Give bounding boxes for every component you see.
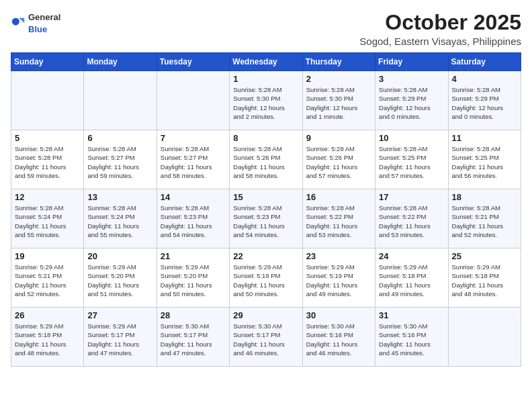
calendar-cell: 22Sunrise: 5:29 AM Sunset: 5:19 PM Dayli… <box>230 248 302 308</box>
page-header: General Blue October 2025 Sogod, Eastern… <box>11 11 521 47</box>
calendar-cell: 20Sunrise: 5:29 AM Sunset: 5:20 PM Dayli… <box>84 248 157 308</box>
title-area: October 2025 Sogod, Eastern Visayas, Phi… <box>359 11 521 47</box>
calendar-table: SundayMondayTuesdayWednesdayThursdayFrid… <box>11 52 521 367</box>
day-number: 10 <box>379 133 444 143</box>
day-info: Sunrise: 5:28 AM Sunset: 5:22 PM Dayligh… <box>306 203 371 239</box>
calendar-cell <box>448 308 521 367</box>
day-number: 13 <box>87 192 152 202</box>
day-info: Sunrise: 5:28 AM Sunset: 5:22 PM Dayligh… <box>379 203 444 239</box>
day-info: Sunrise: 5:29 AM Sunset: 5:18 PM Dayligh… <box>379 263 444 298</box>
weekday-header-wednesday: Wednesday <box>230 53 302 71</box>
day-number: 14 <box>161 192 226 202</box>
day-number: 9 <box>306 133 371 143</box>
calendar-cell: 3Sunrise: 5:28 AM Sunset: 5:29 PM Daylig… <box>375 71 448 130</box>
calendar-cell: 26Sunrise: 5:29 AM Sunset: 5:18 PM Dayli… <box>11 308 84 367</box>
day-info: Sunrise: 5:28 AM Sunset: 5:28 PM Dayligh… <box>15 144 80 180</box>
month-title: October 2025 <box>359 11 521 34</box>
day-info: Sunrise: 5:28 AM Sunset: 5:23 PM Dayligh… <box>161 203 226 239</box>
calendar-cell: 5Sunrise: 5:28 AM Sunset: 5:28 PM Daylig… <box>11 130 84 189</box>
day-number: 24 <box>379 251 444 261</box>
day-info: Sunrise: 5:28 AM Sunset: 5:30 PM Dayligh… <box>306 85 371 121</box>
calendar-cell: 30Sunrise: 5:30 AM Sunset: 5:16 PM Dayli… <box>302 308 375 367</box>
calendar-cell: 29Sunrise: 5:30 AM Sunset: 5:17 PM Dayli… <box>230 308 302 367</box>
day-number: 25 <box>452 251 517 261</box>
calendar-cell: 15Sunrise: 5:28 AM Sunset: 5:23 PM Dayli… <box>230 189 302 248</box>
calendar-week-row: 5Sunrise: 5:28 AM Sunset: 5:28 PM Daylig… <box>11 130 521 189</box>
day-info: Sunrise: 5:29 AM Sunset: 5:20 PM Dayligh… <box>87 263 152 298</box>
calendar-cell: 21Sunrise: 5:29 AM Sunset: 5:20 PM Dayli… <box>157 248 229 308</box>
day-info: Sunrise: 5:29 AM Sunset: 5:18 PM Dayligh… <box>15 322 80 357</box>
day-info: Sunrise: 5:28 AM Sunset: 5:25 PM Dayligh… <box>452 144 517 180</box>
logo-icon <box>11 15 26 30</box>
weekday-header-row: SundayMondayTuesdayWednesdayThursdayFrid… <box>11 53 521 71</box>
logo: General Blue <box>11 11 60 35</box>
svg-point-0 <box>12 18 19 26</box>
day-number: 31 <box>379 310 444 320</box>
calendar-cell: 4Sunrise: 5:28 AM Sunset: 5:29 PM Daylig… <box>448 71 521 130</box>
day-info: Sunrise: 5:28 AM Sunset: 5:26 PM Dayligh… <box>306 144 371 180</box>
calendar-cell: 12Sunrise: 5:28 AM Sunset: 5:24 PM Dayli… <box>11 189 84 248</box>
day-number: 27 <box>87 310 152 320</box>
day-number: 7 <box>161 133 226 143</box>
day-info: Sunrise: 5:28 AM Sunset: 5:25 PM Dayligh… <box>379 144 444 180</box>
day-info: Sunrise: 5:28 AM Sunset: 5:21 PM Dayligh… <box>452 203 517 239</box>
calendar-cell: 8Sunrise: 5:28 AM Sunset: 5:26 PM Daylig… <box>230 130 302 189</box>
weekday-header-sunday: Sunday <box>11 53 84 71</box>
calendar-cell: 28Sunrise: 5:30 AM Sunset: 5:17 PM Dayli… <box>157 308 229 367</box>
calendar-cell: 17Sunrise: 5:28 AM Sunset: 5:22 PM Dayli… <box>375 189 448 248</box>
day-info: Sunrise: 5:29 AM Sunset: 5:17 PM Dayligh… <box>87 322 152 357</box>
day-info: Sunrise: 5:29 AM Sunset: 5:21 PM Dayligh… <box>15 263 80 298</box>
calendar-cell: 16Sunrise: 5:28 AM Sunset: 5:22 PM Dayli… <box>302 189 375 248</box>
day-info: Sunrise: 5:28 AM Sunset: 5:29 PM Dayligh… <box>379 85 444 121</box>
day-number: 26 <box>15 310 80 320</box>
calendar-cell: 6Sunrise: 5:28 AM Sunset: 5:27 PM Daylig… <box>84 130 157 189</box>
calendar-cell: 19Sunrise: 5:29 AM Sunset: 5:21 PM Dayli… <box>11 248 84 308</box>
day-info: Sunrise: 5:28 AM Sunset: 5:23 PM Dayligh… <box>233 203 298 239</box>
day-number: 5 <box>15 133 80 143</box>
day-number: 12 <box>15 192 80 202</box>
day-info: Sunrise: 5:29 AM Sunset: 5:19 PM Dayligh… <box>306 263 371 298</box>
calendar-cell: 2Sunrise: 5:28 AM Sunset: 5:30 PM Daylig… <box>302 71 375 130</box>
day-number: 19 <box>15 251 80 261</box>
day-number: 21 <box>161 251 226 261</box>
calendar-week-row: 1Sunrise: 5:28 AM Sunset: 5:30 PM Daylig… <box>11 71 521 130</box>
day-info: Sunrise: 5:28 AM Sunset: 5:24 PM Dayligh… <box>15 203 80 239</box>
calendar-cell: 23Sunrise: 5:29 AM Sunset: 5:19 PM Dayli… <box>302 248 375 308</box>
day-number: 16 <box>306 192 371 202</box>
day-info: Sunrise: 5:30 AM Sunset: 5:16 PM Dayligh… <box>306 322 371 357</box>
calendar-cell: 10Sunrise: 5:28 AM Sunset: 5:25 PM Dayli… <box>375 130 448 189</box>
calendar-cell: 24Sunrise: 5:29 AM Sunset: 5:18 PM Dayli… <box>375 248 448 308</box>
day-number: 20 <box>87 251 152 261</box>
logo-general: General <box>28 12 60 22</box>
calendar-cell: 27Sunrise: 5:29 AM Sunset: 5:17 PM Dayli… <box>84 308 157 367</box>
calendar-cell <box>11 71 84 130</box>
day-info: Sunrise: 5:28 AM Sunset: 5:27 PM Dayligh… <box>161 144 226 180</box>
day-info: Sunrise: 5:28 AM Sunset: 5:26 PM Dayligh… <box>233 144 298 180</box>
day-info: Sunrise: 5:29 AM Sunset: 5:20 PM Dayligh… <box>161 263 226 298</box>
calendar-cell: 18Sunrise: 5:28 AM Sunset: 5:21 PM Dayli… <box>448 189 521 248</box>
day-number: 11 <box>452 133 517 143</box>
day-info: Sunrise: 5:28 AM Sunset: 5:24 PM Dayligh… <box>87 203 152 239</box>
calendar-week-row: 19Sunrise: 5:29 AM Sunset: 5:21 PM Dayli… <box>11 248 521 308</box>
calendar-week-row: 12Sunrise: 5:28 AM Sunset: 5:24 PM Dayli… <box>11 189 521 248</box>
day-info: Sunrise: 5:29 AM Sunset: 5:19 PM Dayligh… <box>233 263 298 298</box>
day-number: 8 <box>233 133 298 143</box>
calendar-cell: 31Sunrise: 5:30 AM Sunset: 5:16 PM Dayli… <box>375 308 448 367</box>
day-number: 15 <box>233 192 298 202</box>
day-number: 22 <box>233 251 298 261</box>
calendar-cell: 25Sunrise: 5:29 AM Sunset: 5:18 PM Dayli… <box>448 248 521 308</box>
day-number: 29 <box>233 310 298 320</box>
day-info: Sunrise: 5:30 AM Sunset: 5:17 PM Dayligh… <box>233 322 298 357</box>
day-info: Sunrise: 5:30 AM Sunset: 5:16 PM Dayligh… <box>379 322 444 357</box>
day-number: 28 <box>161 310 226 320</box>
location-title: Sogod, Eastern Visayas, Philippines <box>359 36 521 47</box>
calendar-week-row: 26Sunrise: 5:29 AM Sunset: 5:18 PM Dayli… <box>11 308 521 367</box>
calendar-cell: 13Sunrise: 5:28 AM Sunset: 5:24 PM Dayli… <box>84 189 157 248</box>
weekday-header-friday: Friday <box>375 53 448 71</box>
day-info: Sunrise: 5:29 AM Sunset: 5:18 PM Dayligh… <box>452 263 517 298</box>
day-number: 6 <box>87 133 152 143</box>
day-info: Sunrise: 5:28 AM Sunset: 5:30 PM Dayligh… <box>233 85 298 121</box>
calendar-cell: 1Sunrise: 5:28 AM Sunset: 5:30 PM Daylig… <box>230 71 302 130</box>
calendar-cell <box>84 71 157 130</box>
logo-blue: Blue <box>28 24 47 34</box>
